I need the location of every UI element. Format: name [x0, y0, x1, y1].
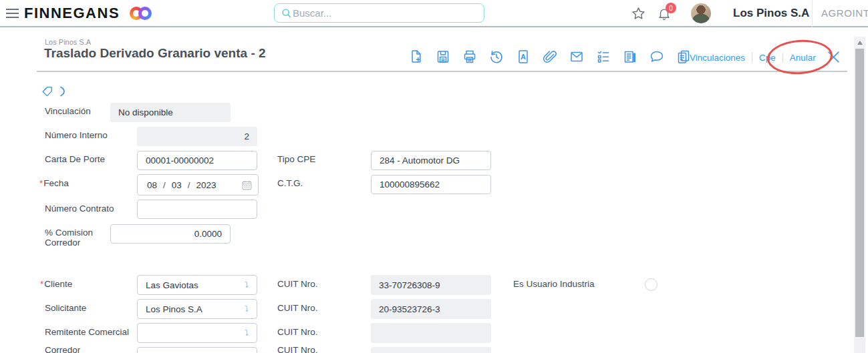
cliente-select[interactable]: Las Gaviotas ⤵: [137, 275, 257, 295]
cliente-cuit-label: CUIT Nro.: [277, 279, 318, 289]
brand-logo-icon: [130, 7, 152, 20]
remitente-cuit-label: CUIT Nro.: [277, 327, 318, 337]
attachment-icon[interactable]: [542, 48, 558, 65]
ctg-input[interactable]: 100000895662: [371, 175, 491, 194]
search-icon: [281, 7, 293, 19]
document-template-icon[interactable]: A: [515, 48, 531, 65]
cliente-cuit-field: 33-70726308-9: [371, 275, 491, 295]
scrollbar-up-arrow[interactable]: [857, 41, 863, 45]
required-marker: *: [39, 178, 43, 188]
solicitante-label: Solicitante: [45, 303, 86, 313]
print-icon[interactable]: [462, 48, 478, 65]
fecha-day[interactable]: 08: [147, 180, 157, 190]
header-divider: [37, 71, 847, 72]
tipo-cpe-label: Tipo CPE: [277, 154, 315, 164]
cpe-link[interactable]: Cpe: [759, 53, 776, 63]
numero-interno-field: 2: [137, 127, 257, 146]
calendar-icon[interactable]: [241, 180, 253, 191]
close-icon[interactable]: [827, 50, 841, 64]
tipo-cpe-input[interactable]: 284 - Automotor DG: [371, 151, 491, 170]
header-links: Vinculaciones Cpe Anular: [690, 53, 816, 63]
expand-chevron-icon[interactable]: [59, 86, 66, 97]
svg-text:A: A: [521, 53, 526, 61]
corredor-cuit-label: CUIT Nro.: [277, 345, 318, 353]
fecha-label: *Fecha: [39, 178, 69, 188]
corredor-label: Corredor: [45, 345, 80, 353]
solicitante-cuit-label: CUIT Nro.: [277, 303, 318, 313]
comision-corredor-input[interactable]: 0.0000: [110, 224, 231, 244]
application-window: FINNEGANS 0 Los Pinos S.A AGROINT Los Pi…: [0, 0, 868, 353]
fecha-month[interactable]: 03: [172, 180, 182, 190]
workspace-label[interactable]: AGROINT: [821, 7, 868, 19]
link-divider: [752, 53, 752, 63]
comision-corredor-label: % Comision Corredor: [45, 228, 93, 248]
checklist-icon[interactable]: [595, 48, 611, 65]
carta-de-porte-input[interactable]: 00001-00000002: [137, 151, 257, 170]
required-marker: *: [40, 279, 43, 289]
link-divider: [782, 53, 783, 63]
corredor-select[interactable]: [137, 347, 257, 353]
page-title: Traslado Derivado Granario venta - 2: [44, 46, 266, 61]
company-selector[interactable]: Los Pinos S.A: [733, 7, 809, 20]
remitente-cuit-field: [371, 323, 491, 343]
fecha-date-input[interactable]: 08 / 03 / 2023: [137, 174, 259, 196]
cliente-label: *Cliente: [40, 279, 72, 289]
vinculacion-label: Vinculación: [45, 106, 91, 116]
es-usuario-industria-radio[interactable]: [645, 278, 658, 291]
navbar-divider: [812, 0, 813, 27]
vinculacion-field: No disponible: [110, 103, 231, 122]
chevron-down-icon: ⤵: [245, 304, 249, 314]
remitente-comercial-select[interactable]: ⤵: [137, 323, 257, 343]
numero-contrato-input[interactable]: [137, 200, 257, 219]
top-navbar: FINNEGANS 0 Los Pinos S.A AGROINT: [0, 0, 868, 27]
chevron-down-icon: ⤵: [245, 328, 249, 338]
menu-icon[interactable]: [6, 9, 19, 18]
email-icon[interactable]: [569, 48, 585, 65]
user-avatar[interactable]: [691, 3, 711, 23]
solicitante-cuit-field: 20-93523726-3: [371, 299, 491, 319]
numero-interno-label: Número Interno: [45, 130, 108, 140]
ctg-label: C.T.G.: [277, 178, 303, 188]
tag-toolbar: [41, 85, 66, 97]
carta-de-porte-label: Carta De Porte: [45, 154, 105, 164]
numero-contrato-label: Número Contrato: [45, 204, 114, 214]
comments-icon[interactable]: [649, 48, 665, 65]
remitente-comercial-label: Remitente Comercial: [45, 327, 129, 337]
vinculaciones-link[interactable]: Vinculaciones: [690, 53, 745, 63]
search-input[interactable]: [293, 7, 478, 19]
scrollbar-thumb[interactable]: [855, 49, 864, 337]
report-icon[interactable]: [622, 48, 638, 65]
header-company-label: Los Pinos S.A: [45, 38, 91, 46]
chevron-down-icon: ⤵: [245, 280, 249, 290]
global-search[interactable]: [274, 3, 484, 23]
favorites-star-icon[interactable]: [631, 6, 646, 21]
document-toolbar: A: [408, 48, 692, 65]
es-usuario-industria-label: Es Usuario Industria: [513, 279, 595, 289]
notification-badge: 0: [666, 3, 676, 13]
new-document-icon[interactable]: [408, 48, 424, 65]
brand-logo-text: FINNEGANS: [24, 5, 120, 22]
fecha-year[interactable]: 2023: [196, 180, 216, 190]
history-icon[interactable]: [488, 48, 504, 65]
corredor-cuit-field: [371, 347, 491, 353]
solicitante-select[interactable]: Los Pinos S.A ⤵: [137, 299, 257, 319]
save-icon[interactable]: [435, 48, 451, 65]
tag-icon[interactable]: [41, 85, 53, 97]
anular-link[interactable]: Anular: [790, 53, 816, 63]
